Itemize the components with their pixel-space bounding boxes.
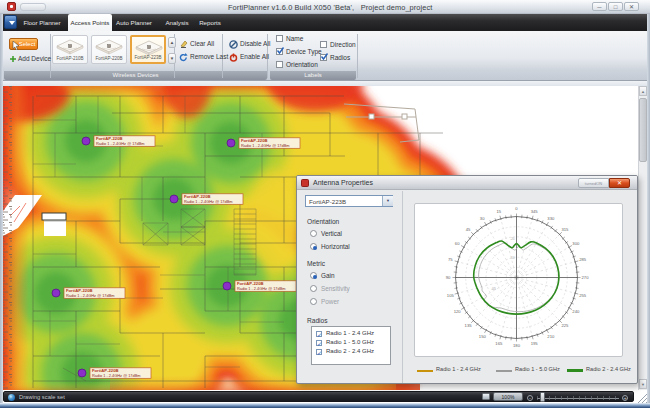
svg-text:300: 300 — [572, 241, 580, 246]
svg-text:120: 120 — [454, 309, 462, 314]
svg-text:90: 90 — [446, 275, 451, 280]
svg-text:135: 135 — [465, 323, 473, 328]
svg-text:Radio 1 - 2.4GHz @ 17dBm: Radio 1 - 2.4GHz @ 17dBm — [96, 141, 145, 146]
svg-text:195: 195 — [531, 341, 539, 346]
svg-text:330: 330 — [547, 216, 555, 221]
svg-text:-10: -10 — [510, 256, 515, 260]
svg-text:Radio 1 - 2.4GHz @ 17dBm: Radio 1 - 2.4GHz @ 17dBm — [92, 373, 141, 378]
svg-text:Radio 1 - 2.4GHz @ 17dBm: Radio 1 - 2.4GHz @ 17dBm — [237, 286, 286, 291]
svg-text:285: 285 — [579, 257, 587, 262]
svg-text:105: 105 — [447, 293, 455, 298]
svg-text:180: 180 — [513, 343, 521, 348]
svg-text:315: 315 — [561, 227, 569, 232]
svg-text:45: 45 — [466, 227, 471, 232]
svg-text:Radio 1 - 2.4GHz @ 17dBm: Radio 1 - 2.4GHz @ 17dBm — [241, 143, 290, 148]
svg-text:Radio 1 - 2.4GHz @ 17dBm: Radio 1 - 2.4GHz @ 17dBm — [66, 293, 115, 298]
svg-text:Radio 1 - 2.4GHz @ 17dBm: Radio 1 - 2.4GHz @ 17dBm — [184, 199, 233, 204]
svg-text:15: 15 — [496, 209, 501, 214]
svg-text:-05: -05 — [491, 287, 496, 291]
svg-text:0: 0 — [515, 206, 518, 211]
svg-text:-20: -20 — [510, 237, 515, 241]
svg-text:225: 225 — [561, 323, 569, 328]
svg-text:255: 255 — [579, 293, 587, 298]
svg-text:240: 240 — [572, 309, 580, 314]
svg-text:60: 60 — [455, 241, 460, 246]
svg-text:210: 210 — [547, 334, 555, 339]
svg-text:30: 30 — [480, 216, 485, 221]
svg-text:150: 150 — [479, 334, 487, 339]
svg-text:75: 75 — [448, 257, 453, 262]
svg-text:165: 165 — [495, 341, 503, 346]
svg-text:345: 345 — [531, 209, 539, 214]
svg-text:270: 270 — [582, 275, 590, 280]
